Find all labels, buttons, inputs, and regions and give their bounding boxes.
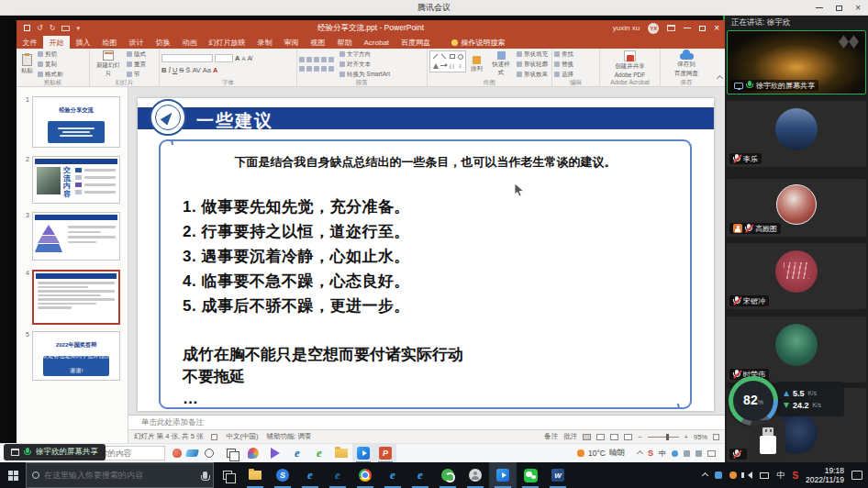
edge-icon[interactable]: e	[286, 444, 308, 463]
tab-help[interactable]: 帮助	[331, 36, 358, 49]
replace-button[interactable]: 替换	[554, 61, 573, 69]
shapes-gallery[interactable]: { }⇩	[429, 50, 466, 72]
taskbar-search-box[interactable]	[26, 462, 214, 488]
powerpoint-icon[interactable]: P	[374, 444, 396, 463]
account-name[interactable]: yuxin xu	[613, 24, 640, 32]
participant-tile[interactable]: 李乐	[727, 101, 866, 167]
slide-sorter-icon[interactable]	[596, 434, 605, 440]
italic-button[interactable]: I	[168, 66, 171, 74]
save-to-baidu-button[interactable]: 保存到 百度网盘	[672, 50, 701, 78]
tencent-meeting-icon[interactable]	[352, 444, 374, 463]
tray-expand-icon[interactable]	[637, 449, 643, 456]
wechat-icon[interactable]	[517, 462, 544, 488]
weather-status[interactable]: 10°C 晴朗	[577, 448, 625, 459]
bold-button[interactable]: B	[161, 66, 166, 74]
sogou-browser-icon[interactable]: S	[269, 462, 296, 488]
minimize-icon[interactable]	[816, 7, 823, 8]
arrange-button[interactable]: 排列	[468, 50, 485, 78]
participant-tile[interactable]: 高殿图	[727, 179, 866, 237]
tray-app-icon[interactable]	[672, 450, 678, 457]
current-slide[interactable]: 一些建议 下面是结合我自身缺点总结出的一些条目，也可以当作老生常谈的建议。 1.…	[138, 98, 714, 411]
cortana-icon[interactable]	[198, 444, 220, 463]
media-player-icon[interactable]	[264, 444, 286, 463]
volume-icon[interactable]	[744, 471, 752, 479]
tray-app-icon[interactable]	[684, 450, 690, 457]
bullets-icon[interactable]	[299, 57, 305, 62]
font-color-button[interactable]: A	[213, 66, 217, 74]
tab-acrobat[interactable]: Acrobat	[358, 36, 395, 49]
paint-icon[interactable]	[242, 444, 264, 463]
zoom-slider[interactable]	[648, 437, 679, 438]
spell-check-icon[interactable]	[211, 434, 217, 440]
task-view-icon[interactable]	[220, 444, 242, 463]
edge-icon[interactable]: e	[324, 462, 351, 488]
slide-thumbnail-3[interactable]	[32, 212, 120, 261]
file-explorer-icon[interactable]	[241, 462, 269, 488]
word-icon[interactable]: W	[544, 462, 572, 488]
taskbar-clock[interactable]: 19:18 2022/11/19	[806, 466, 844, 484]
weather-widget-icon[interactable]	[185, 449, 199, 457]
align-text-button[interactable]: 对齐文本	[339, 61, 390, 69]
close-icon[interactable]: ×	[855, 4, 861, 13]
ie-icon[interactable]: e	[296, 462, 324, 488]
taskbar-search-input[interactable]	[44, 471, 182, 480]
tab-view[interactable]: 视图	[305, 36, 331, 49]
news-widget-icon[interactable]	[172, 449, 182, 458]
cut-button[interactable]: 剪切	[38, 50, 63, 59]
reading-view-icon[interactable]	[610, 434, 618, 440]
tab-animations[interactable]: 动画	[176, 36, 203, 49]
notes-pane[interactable]: 单击此处添加备注	[128, 415, 725, 429]
file-explorer-icon[interactable]	[330, 444, 352, 463]
screen-share-indicator[interactable]: 徐宇欣的屏幕共享	[4, 444, 106, 460]
normal-view-icon[interactable]	[583, 434, 591, 440]
tab-insert[interactable]: 插入	[70, 36, 96, 49]
zoom-out-icon[interactable]: −	[638, 433, 641, 441]
ppt-restore-icon[interactable]	[699, 26, 706, 31]
change-case-icon[interactable]: Aa	[203, 66, 211, 74]
ppt-close-icon[interactable]: ×	[714, 24, 719, 33]
shared-notification-icon[interactable]	[707, 450, 716, 457]
maximize-icon[interactable]	[836, 6, 842, 11]
touch-keyboard-icon[interactable]	[760, 472, 769, 479]
shrink-font-icon[interactable]: A	[241, 56, 245, 61]
ribbon-display-options-icon[interactable]	[667, 25, 675, 31]
sogou-tray-icon[interactable]: S	[648, 449, 653, 458]
account-avatar[interactable]: YX	[648, 23, 659, 34]
clear-format-icon[interactable]: A̸	[247, 54, 251, 62]
tab-record[interactable]: 录制	[251, 36, 278, 49]
slide-thumbnail-2[interactable]: 交流内容	[32, 156, 120, 204]
shape-outline-button[interactable]: 形状轮廓	[517, 61, 548, 69]
text-shadow-button[interactable]: S̄	[185, 66, 190, 74]
find-button[interactable]: 查找	[554, 50, 573, 59]
tab-baidu-pan[interactable]: 百度网盘	[395, 36, 437, 49]
tray-app-icon[interactable]	[715, 471, 722, 479]
browser-360-icon[interactable]	[434, 462, 462, 488]
fit-to-window-icon[interactable]	[713, 434, 719, 440]
tray-app-icon[interactable]	[696, 450, 702, 457]
participant-tile[interactable]: 时荣伟	[727, 316, 866, 383]
copy-button[interactable]: 复制	[38, 61, 63, 69]
accessibility-status[interactable]: 辅助功能: 调查	[266, 432, 311, 441]
new-slide-button[interactable]: 新建幻灯片	[92, 50, 125, 78]
tab-draw[interactable]: 绘图	[96, 36, 123, 49]
decrease-indent-icon[interactable]	[314, 57, 319, 62]
slide-content-box[interactable]: 下面是结合我自身缺点总结出的一些条目，也可以当作老生常谈的建议。 1. 做事要先…	[159, 139, 692, 409]
ppt-minimize-icon[interactable]	[684, 28, 691, 28]
language-status[interactable]: 中文(中国)	[226, 432, 258, 441]
task-view-icon[interactable]	[214, 462, 241, 488]
ie-icon[interactable]: e	[379, 462, 406, 488]
ime-indicator[interactable]: 中	[776, 470, 785, 482]
tab-home[interactable]: 开始	[43, 36, 70, 49]
start-button[interactable]	[0, 462, 26, 488]
tray-expand-icon[interactable]	[702, 471, 708, 478]
character-spacing-icon[interactable]: AV	[192, 66, 200, 74]
tell-me-search[interactable]: 操作说明搜索	[451, 36, 506, 49]
zoom-in-icon[interactable]: +	[684, 433, 688, 441]
tab-transitions[interactable]: 切换	[150, 36, 176, 49]
strikethrough-button[interactable]: S	[179, 66, 184, 74]
participant-tile[interactable]: 宋锴冲	[727, 243, 866, 309]
tab-review[interactable]: 审阅	[278, 36, 305, 49]
tab-design[interactable]: 设计	[123, 36, 150, 49]
font-size-combobox[interactable]	[215, 54, 233, 62]
text-direction-button[interactable]: 文字方向	[339, 50, 390, 59]
